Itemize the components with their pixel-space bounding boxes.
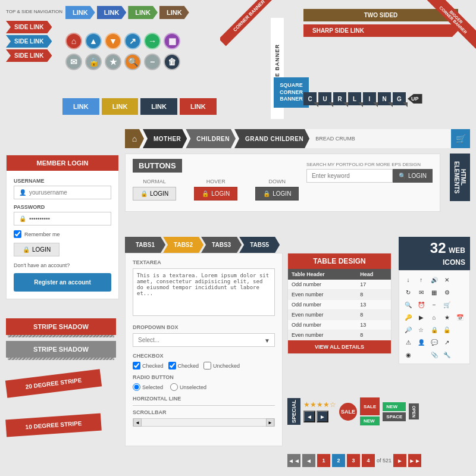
checkbox-input-1[interactable] (133, 362, 140, 369)
login-normal-btn[interactable]: 🔒 LOGIN (133, 187, 176, 201)
tab-5[interactable]: TABS5 (239, 237, 280, 253)
cart-icon[interactable]: 🛒 (451, 129, 470, 148)
link-btn-2[interactable]: LINK (97, 6, 127, 19)
prev-btn[interactable]: ◄ (303, 411, 315, 422)
next-page-btn[interactable]: ► (393, 454, 406, 467)
tab-2[interactable]: TABS2 (163, 237, 203, 253)
page-3-btn[interactable]: 3 (347, 454, 360, 467)
prev-page-btn[interactable]: ◄ (302, 454, 315, 467)
icon-home[interactable]: ⌂ (429, 312, 440, 322)
scroll-left-btn[interactable]: ◄ (133, 418, 142, 427)
icon-x[interactable]: ✕ (441, 274, 452, 285)
radio-1[interactable]: Selected (133, 383, 163, 391)
login-hover-btn[interactable]: 🔒 LOGIN (194, 187, 237, 201)
icon-refresh[interactable]: ↻ (403, 287, 414, 298)
password-input[interactable] (29, 215, 106, 222)
icon-cal[interactable]: 📅 (455, 312, 465, 322)
icon-search2[interactable]: 🔎 (403, 324, 414, 335)
checkbox-1[interactable]: Checked (133, 362, 164, 369)
arrow-circle-icon[interactable]: → (144, 33, 161, 49)
side-link-3[interactable]: SIDE LINK (6, 49, 52, 62)
textarea-input[interactable]: This is a textarea. Lorem ipsum dolor si… (133, 268, 275, 316)
dropdown-select[interactable]: Select... (133, 333, 275, 347)
lock-icon: 🔒 (19, 215, 26, 222)
bottom-link-4[interactable]: LINK (180, 98, 217, 115)
icon-down[interactable]: ↓ (403, 274, 414, 285)
username-input[interactable] (29, 189, 106, 196)
icon-bookmark[interactable]: ☆ (416, 324, 427, 335)
checkbox-input-3[interactable] (203, 362, 211, 369)
icon-minus[interactable]: − (429, 299, 440, 310)
home-circle-icon[interactable]: ⌂ (65, 33, 82, 49)
link-btn-4[interactable]: LINK (159, 6, 189, 19)
breadcrumb-home[interactable]: ⌂ (125, 129, 144, 148)
bottom-link-1[interactable]: LINK (62, 98, 99, 115)
icon-star[interactable]: ★ (441, 312, 452, 322)
icon-user[interactable]: 👤 (416, 337, 427, 347)
icon-key[interactable]: 🔑 (403, 312, 414, 322)
tab-3[interactable]: TABS3 (201, 237, 242, 253)
icon-unlock[interactable]: 🔓 (441, 324, 452, 335)
next-btn[interactable]: ► (317, 411, 328, 422)
side-link-2[interactable]: SIDE LINK (6, 35, 52, 48)
breadcrumb-grandchildren[interactable]: GRAND CHILDREN (234, 129, 309, 148)
remember-checkbox[interactable] (14, 230, 21, 238)
link-btn-1[interactable]: LINK (65, 6, 95, 19)
icon-bar[interactable]: ▦ (429, 287, 440, 298)
breadcrumb-mother[interactable]: MOTHER (143, 129, 187, 148)
search-circle-icon[interactable]: 🔍 (124, 54, 141, 70)
icon-search[interactable]: 🔍 (403, 299, 414, 310)
icon-email[interactable]: ✉ (416, 287, 427, 298)
chart-circle-icon[interactable]: ▦ (164, 33, 180, 49)
icon-up[interactable]: ↑ (416, 274, 427, 285)
page-1-btn[interactable]: 1 (317, 454, 330, 467)
trash-circle-icon[interactable]: 🗑 (164, 54, 180, 70)
radio-input-2[interactable] (170, 383, 178, 391)
textarea-label: TEXTAREA (133, 259, 275, 265)
login-down-btn[interactable]: 🔒 LOGIN (255, 187, 299, 201)
first-page-btn[interactable]: ◄◄ (287, 454, 300, 467)
stripe-shadow-btn-1[interactable]: STRIPE SHADOW (6, 318, 116, 335)
email-circle-icon[interactable]: ✉ (65, 54, 82, 70)
page-2-btn[interactable]: 2 (332, 454, 345, 467)
stripe-shadow-btn-2[interactable]: STRIPE SHADOW (6, 341, 116, 358)
icon-volume[interactable]: 🔊 (429, 274, 440, 285)
icon-speech[interactable]: 💬 (429, 337, 440, 347)
lock-circle-icon[interactable]: 🔒 (85, 54, 102, 70)
login-button[interactable]: 🔒 LOGIN (14, 243, 60, 256)
bottom-link-3[interactable]: LINK (140, 98, 177, 115)
scroll-right-btn[interactable]: ► (266, 418, 274, 427)
icon-arrow[interactable]: ↗ (441, 337, 452, 347)
checkbox-2[interactable]: Checked (168, 362, 199, 369)
tab-1[interactable]: TABS1 (125, 237, 165, 253)
minus-circle-icon[interactable]: − (144, 54, 161, 70)
icon-clock[interactable]: ⏰ (416, 299, 427, 310)
side-link-1[interactable]: SIDE LINK (6, 21, 52, 33)
icon-cart[interactable]: 🛒 (441, 299, 452, 310)
search-input[interactable] (306, 169, 393, 183)
icon-play[interactable]: ▶ (416, 312, 427, 322)
star-circle-icon[interactable]: ★ (105, 54, 121, 70)
search-button[interactable]: 🔍 LOGIN (393, 169, 433, 183)
checkbox-3[interactable]: Unchecked (203, 362, 240, 369)
up-circle-icon[interactable]: ▲ (85, 33, 102, 49)
breadcrumb-children[interactable]: CHILDREN (186, 129, 236, 148)
view-all-button[interactable]: VIEW ALL DETAILS (288, 340, 391, 353)
register-button[interactable]: Register an account (14, 273, 111, 292)
bottom-link-2[interactable]: LINK (102, 98, 139, 115)
icon-attach[interactable]: 📎 (429, 349, 440, 360)
icon-lock[interactable]: 🔒 (429, 324, 440, 335)
icon-rss[interactable]: ◉ (403, 349, 414, 360)
icon-warning[interactable]: ⚠ (403, 337, 414, 347)
link-btn-3[interactable]: LINK (128, 6, 158, 19)
icon-tool[interactable]: 🔧 (441, 349, 452, 360)
radio-input-1[interactable] (133, 383, 140, 391)
checkbox-input-2[interactable] (168, 362, 176, 369)
last-page-btn[interactable]: ►► (408, 454, 421, 467)
page-4-btn[interactable]: 4 (362, 454, 375, 467)
icon-gear[interactable]: ⚙ (441, 287, 452, 298)
cursor-circle-icon[interactable]: ↗ (124, 33, 141, 49)
down-circle-icon[interactable]: ▼ (105, 33, 121, 49)
radio-2[interactable]: Unselected (170, 383, 206, 391)
special-badge: SPECIAL (287, 398, 300, 425)
